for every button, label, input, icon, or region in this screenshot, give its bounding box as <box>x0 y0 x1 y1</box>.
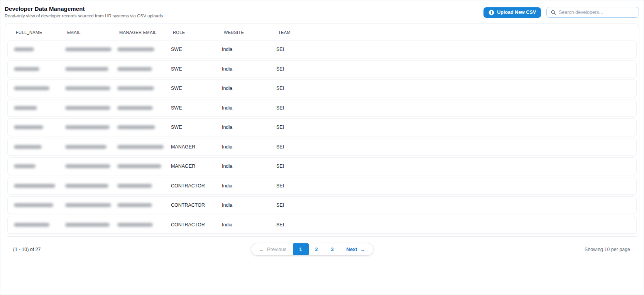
cell-website: India <box>222 183 232 189</box>
cell-team: SEI <box>276 222 284 228</box>
cell-website: India <box>222 164 232 169</box>
table-row: SWEIndiaSEI <box>7 79 637 97</box>
cell-redacted <box>65 47 112 51</box>
cell-website: India <box>222 66 232 72</box>
redacted-text-blur <box>117 125 155 129</box>
table-row: CONTRACTORIndiaSEI <box>7 216 637 234</box>
cell-redacted <box>14 125 43 129</box>
redacted-text-blur <box>65 203 111 207</box>
cell-website: India <box>222 47 232 52</box>
cell-role: SWE <box>171 66 182 72</box>
cell-team: SEI <box>276 125 284 130</box>
redacted-text-blur <box>14 164 35 168</box>
redacted-text-blur <box>65 86 110 90</box>
cell-redacted <box>14 145 42 149</box>
page-button-2[interactable]: 2 <box>309 243 325 255</box>
next-label: Next <box>347 246 357 252</box>
upload-csv-label: Upload New CSV <box>497 10 536 15</box>
cell-redacted <box>14 67 39 71</box>
cell-redacted <box>117 106 153 110</box>
page-button-3[interactable]: 3 <box>325 243 340 255</box>
table-row: CONTRACTORIndiaSEI <box>7 177 637 195</box>
cell-redacted <box>14 184 55 188</box>
redacted-text-blur <box>117 184 152 188</box>
column-header-full-name: FULL_NAME <box>16 30 42 35</box>
table-row: SWEIndiaSEI <box>7 40 637 58</box>
cell-redacted <box>65 164 110 168</box>
redacted-text-blur <box>65 106 110 110</box>
redacted-text-blur <box>14 184 55 188</box>
cell-redacted <box>65 145 106 149</box>
cell-role: CONTRACTOR <box>171 222 205 228</box>
table-row: MANAGERIndiaSEI <box>7 157 637 175</box>
cell-team: SEI <box>276 164 284 169</box>
redacted-text-blur <box>117 223 153 227</box>
redacted-text-blur <box>14 106 37 110</box>
table-row: MANAGERIndiaSEI <box>7 138 637 156</box>
cell-role: SWE <box>171 125 182 130</box>
upload-csv-button[interactable]: Upload New CSV <box>483 7 541 18</box>
cell-redacted <box>117 223 153 227</box>
redacted-text-blur <box>14 47 34 51</box>
redacted-text-blur <box>117 47 154 51</box>
cell-role: SWE <box>171 86 182 91</box>
table-row: SWEIndiaSEI <box>7 99 637 117</box>
cell-role: MANAGER <box>171 164 195 169</box>
redacted-text-blur <box>14 223 49 227</box>
search-icon <box>551 10 556 15</box>
table-body: SWEIndiaSEISWEIndiaSEISWEIndiaSEISWEIndi… <box>7 40 637 234</box>
cell-redacted <box>14 86 49 90</box>
cell-redacted <box>117 164 161 168</box>
cell-redacted <box>14 223 49 227</box>
redacted-text-blur <box>65 145 106 149</box>
cell-website: India <box>222 202 232 208</box>
search-input[interactable] <box>559 10 635 15</box>
cell-team: SEI <box>276 105 284 111</box>
cell-redacted <box>14 164 35 168</box>
page-buttons: 123 <box>293 243 340 255</box>
search-box[interactable] <box>546 7 639 18</box>
cell-redacted <box>14 106 37 110</box>
redacted-text-blur <box>117 86 154 90</box>
cell-role: CONTRACTOR <box>171 202 205 208</box>
column-header-email: EMAIL <box>67 30 81 35</box>
previous-button[interactable]: ← Previous <box>251 243 293 255</box>
page-subtitle: Read-only view of developer records sour… <box>5 13 163 18</box>
top-bar: Developer Data Management Read-only view… <box>0 0 644 18</box>
redacted-text-blur <box>65 125 110 129</box>
page-title: Developer Data Management <box>5 5 163 12</box>
table-header-row: FULL_NAMEEMAILMANAGER EMAILROLEWEBSITETE… <box>7 24 637 40</box>
cell-redacted <box>65 106 110 110</box>
next-button[interactable]: Next → <box>340 243 373 255</box>
cell-redacted <box>117 67 152 71</box>
redacted-text-blur <box>117 106 153 110</box>
cell-role: SWE <box>171 105 182 111</box>
cell-redacted <box>65 67 108 71</box>
redacted-text-blur <box>65 164 110 168</box>
column-header-manager-email: MANAGER EMAIL <box>119 30 157 35</box>
redacted-text-blur <box>14 86 49 90</box>
column-header-team: TEAM <box>278 30 291 35</box>
cell-redacted <box>14 47 34 51</box>
redacted-text-blur <box>117 203 152 207</box>
previous-label: Previous <box>267 246 287 252</box>
cell-role: SWE <box>171 47 182 52</box>
redacted-text-blur <box>14 125 43 129</box>
cell-website: India <box>222 105 232 111</box>
cell-redacted <box>65 223 110 227</box>
cell-website: India <box>222 222 232 228</box>
redacted-text-blur <box>65 184 108 188</box>
table-row: CONTRACTORIndiaSEI <box>7 196 637 214</box>
redacted-text-blur <box>14 203 53 207</box>
cell-redacted <box>117 125 155 129</box>
cell-redacted <box>65 125 110 129</box>
column-header-role: ROLE <box>173 30 185 35</box>
table-row: SWEIndiaSEI <box>7 118 637 136</box>
cell-redacted <box>65 86 110 90</box>
arrow-left-icon: ← <box>259 247 264 252</box>
per-page-label: Showing 10 per page <box>585 247 630 252</box>
page-button-1[interactable]: 1 <box>293 243 309 255</box>
cell-team: SEI <box>276 86 284 91</box>
cell-team: SEI <box>276 66 284 72</box>
cell-redacted <box>65 184 108 188</box>
